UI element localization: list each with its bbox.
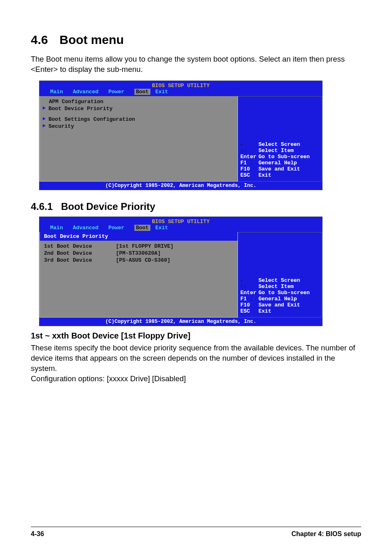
field-description-text: These items specify the boot device prio… — [31, 343, 361, 374]
submenu-arrow-icon — [43, 106, 46, 110]
bios-tab-bar: Main Advanced Power Boot Exit — [39, 225, 322, 232]
submenu-arrow-icon — [43, 117, 46, 120]
submenu-arrow-icon — [43, 124, 46, 127]
bios-screen-boot-priority: BIOS SETUP UTILITY Main Advanced Power B… — [39, 216, 323, 326]
section-name: Boot menu — [60, 33, 124, 46]
menu-item-security[interactable]: Security — [44, 123, 233, 130]
tab-exit[interactable]: Exit — [150, 225, 173, 231]
menu-item-boot-settings[interactable]: Boot Settings Configuration — [44, 116, 233, 123]
section-title: 4.6Boot menu — [31, 33, 361, 47]
subsection-name: Boot Device Priority — [61, 201, 155, 212]
field-2nd-boot[interactable]: 2nd Boot Device[PM-ST330620A] — [44, 250, 233, 257]
bios-help-panel: ←Select Screen ↑↓Select Item EnterGo to … — [238, 96, 322, 182]
bios-menu-panel: Boot Device Priority 1st Boot Device[1st… — [39, 232, 238, 318]
field-3rd-boot[interactable]: 3rd Boot Device[PS-ASUS CD-S360] — [44, 257, 233, 264]
tab-advanced[interactable]: Advanced — [68, 89, 103, 95]
bios-copyright: (C)Copyright 1985-2002, American Megatre… — [39, 182, 322, 190]
page-number: 4-36 — [31, 530, 44, 538]
tab-boot-wrapper[interactable]: Boot — [129, 89, 150, 95]
field-1st-boot[interactable]: 1st Boot Device[1st FLOPPY DRIVE] — [44, 243, 233, 250]
section-number: 4.6 — [31, 33, 48, 46]
chapter-label: Chapter 4: BIOS setup — [291, 530, 361, 538]
bios-copyright: (C)Copyright 1985-2002, American Megatre… — [39, 318, 322, 326]
subsection-title: 4.6.1 Boot Device Priority — [31, 201, 361, 212]
bios-menu-panel: APM Configuration Boot Device Priority B… — [39, 96, 238, 182]
subsection-number: 4.6.1 — [31, 201, 53, 212]
tab-boot-active: Boot — [134, 225, 150, 231]
page-footer: 4-36 Chapter 4: BIOS setup — [31, 527, 361, 538]
bios-screen-boot-menu: BIOS SETUP UTILITY Main Advanced Power B… — [39, 81, 323, 190]
tab-advanced[interactable]: Advanced — [68, 225, 103, 231]
bios-tab-bar: Main Advanced Power Boot Exit — [39, 89, 322, 96]
tab-main[interactable]: Main — [45, 225, 68, 231]
bios-header: BIOS SETUP UTILITY — [39, 217, 322, 225]
tab-boot-active: Boot — [134, 89, 150, 95]
tab-boot-wrapper[interactable]: Boot — [129, 225, 150, 231]
tab-power[interactable]: Power — [104, 89, 129, 95]
bios-help-panel: ←Select Screen ↑↓Select Item EnterGo to … — [238, 232, 322, 318]
intro-paragraph: The Boot menu items allow you to change … — [31, 54, 361, 75]
updown-arrow-icon: ↑↓ — [240, 284, 258, 290]
tab-power[interactable]: Power — [104, 225, 129, 231]
menu-item-apm[interactable]: APM Configuration — [44, 98, 233, 105]
bios-header: BIOS SETUP UTILITY — [39, 81, 322, 89]
left-arrow-icon: ← — [240, 278, 258, 284]
menu-item-boot-priority[interactable]: Boot Device Priority — [44, 105, 233, 112]
field-description-title: 1st ~ xxth Boot Device [1st Floppy Drive… — [31, 331, 361, 341]
panel-header: Boot Device Priority — [40, 232, 238, 241]
left-arrow-icon: ← — [240, 142, 258, 148]
config-options-text: Configuration options: [xxxxx Drive] [Di… — [31, 374, 361, 384]
updown-arrow-icon: ↑↓ — [240, 148, 258, 154]
tab-main[interactable]: Main — [45, 89, 68, 95]
tab-exit[interactable]: Exit — [150, 89, 173, 95]
